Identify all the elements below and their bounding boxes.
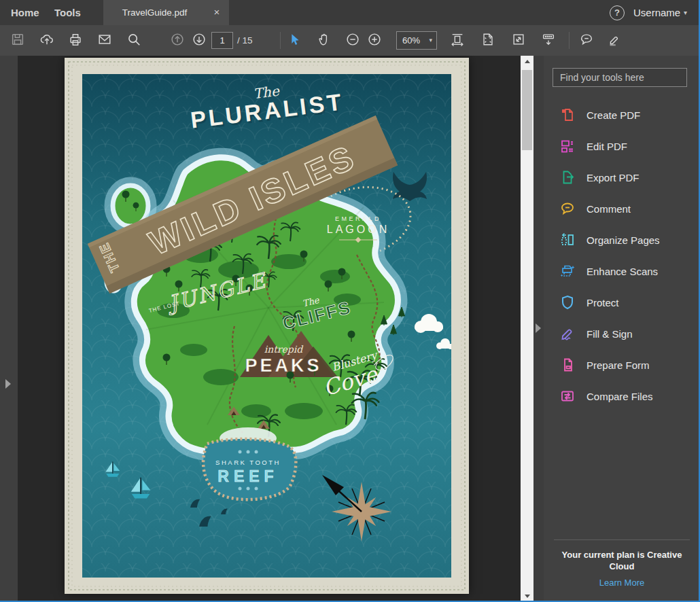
lagoon-label-top: EMERALD [335,215,381,222]
page-total: / 15 [237,25,253,56]
plus-circle-icon [367,32,382,47]
tab-home[interactable]: Home [11,0,39,25]
tool-item-label: Prepare Form [587,359,650,371]
tool-item-organize-pages[interactable]: Organize Pages [544,224,700,255]
lagoon-label-main: LAGOON [327,224,389,235]
print-button[interactable] [64,28,87,51]
zoom-in-button[interactable] [363,28,386,51]
search-icon [126,32,141,47]
printer-icon [68,32,83,47]
tool-item-prepare-form[interactable]: Prepare Form [544,349,700,380]
tool-item-label: Create PDF [587,109,640,121]
tool-item-export-pdf[interactable]: Export PDF [544,162,700,193]
envelope-icon [97,32,112,47]
right-pane-toggle-arrow-icon[interactable] [536,323,541,333]
fit-page-icon [480,32,495,47]
zoom-out-button[interactable] [341,28,364,51]
toolbar-divider [280,32,281,49]
cursor-arrow-icon [287,32,302,47]
arrow-up-circle-icon [170,32,185,47]
fit-page-button[interactable] [476,28,500,51]
left-pane-toggle-arrow-icon[interactable] [5,379,11,389]
learn-more-link[interactable]: Learn More [554,578,690,588]
right-pane-strip [533,56,544,602]
travel-poster-page: The PLURALIST PLURALIST [65,58,469,594]
help-icon[interactable]: ? [610,5,625,20]
presentation-mode-button[interactable] [537,28,560,51]
tool-item-label: Organize Pages [587,234,660,246]
username-menu[interactable]: Username [633,0,680,25]
create-pdf-icon [559,106,576,124]
search-button[interactable] [122,28,145,51]
plan-text: Your current plan is Creative Cloud [554,549,690,572]
cloud-upload-icon [39,32,54,47]
tool-item-label: Edit PDF [587,141,627,152]
triangle-down-icon [525,595,530,598]
arrow-down-circle-icon [192,32,207,47]
tool-item-fill-sign[interactable]: Fill & Sign [544,318,700,349]
chevron-down-icon: ▾ [429,32,432,49]
tab-bar: Home Tools TravelGuide.pdf × ? Username … [0,0,700,25]
highlighter-button[interactable] [602,28,625,51]
scrollbar-thumb[interactable] [522,70,532,150]
hand-tool-button[interactable] [313,28,336,51]
tool-item-label: Compare Files [587,391,653,402]
peaks-label-main: PEAKS [245,355,321,376]
toolbar-divider [569,32,570,49]
triangle-up-icon [525,60,530,63]
tool-item-edit-pdf[interactable]: Edit PDF [544,130,700,162]
comment-icon [559,200,576,217]
peaks-label-prefix: intrepid [264,344,304,355]
actual-size-button[interactable] [507,28,530,51]
fill-sign-icon [559,325,576,342]
tool-item-label: Enhance Scans [587,266,658,277]
tool-item-protect[interactable]: Protect [544,287,700,318]
edit-pdf-icon [559,137,576,155]
tool-item-label: Fill & Sign [587,328,633,340]
close-icon[interactable]: × [210,5,224,19]
tool-item-create-pdf[interactable]: Create PDF [544,99,700,130]
prepare-form-icon [559,356,576,374]
tab-tools[interactable]: Tools [54,0,81,25]
scroll-up-button[interactable] [521,56,533,67]
page-number-input[interactable] [211,32,233,49]
tools-search-input[interactable] [553,68,687,87]
tool-item-label: Export PDF [587,172,640,183]
document-area: The PLURALIST PLURALIST [18,56,521,602]
previous-page-button[interactable] [166,28,189,51]
tool-item-compare-files[interactable]: Compare Files [544,380,700,412]
tool-item-enhance-scans[interactable]: Enhance Scans [544,255,700,287]
reef-label-main: REEF [217,467,278,485]
tool-item-comment[interactable]: Comment [544,193,700,224]
tool-item-label: Comment [587,203,631,215]
reef-label-top: SHARK TOOTH [215,459,281,466]
next-page-button[interactable] [188,28,211,51]
protect-icon [559,294,576,311]
save-button[interactable] [6,28,29,51]
chevron-down-icon[interactable]: ▾ [684,0,687,25]
comment-bubble-icon [579,32,594,47]
toolbar: / 15 60% ▾ [0,25,700,56]
hand-icon [317,32,332,47]
actual-size-icon [511,32,526,47]
tools-panel: Create PDF Edit PDF Export PDF [544,56,700,602]
save-icon [10,32,25,47]
presentation-mode-icon [541,32,556,47]
select-tool-button[interactable] [283,28,306,51]
vertical-scrollbar[interactable] [521,56,533,602]
export-pdf-icon [559,169,576,186]
comment-tool-button[interactable] [575,28,598,51]
fit-width-button[interactable] [446,28,469,51]
email-button[interactable] [93,28,116,51]
left-pane-strip [0,56,18,602]
document-tab[interactable]: TravelGuide.pdf × [103,0,229,25]
enhance-scans-icon [559,262,576,280]
zoom-level-value: 60% [402,32,420,49]
compare-files-icon [559,387,576,405]
zoom-level-dropdown[interactable]: 60% ▾ [396,31,437,50]
minus-circle-icon [345,32,360,47]
document-tab-label: TravelGuide.pdf [103,0,206,25]
plan-divider [554,539,690,540]
highlighter-icon [606,32,621,47]
share-upload-button[interactable] [35,28,58,51]
